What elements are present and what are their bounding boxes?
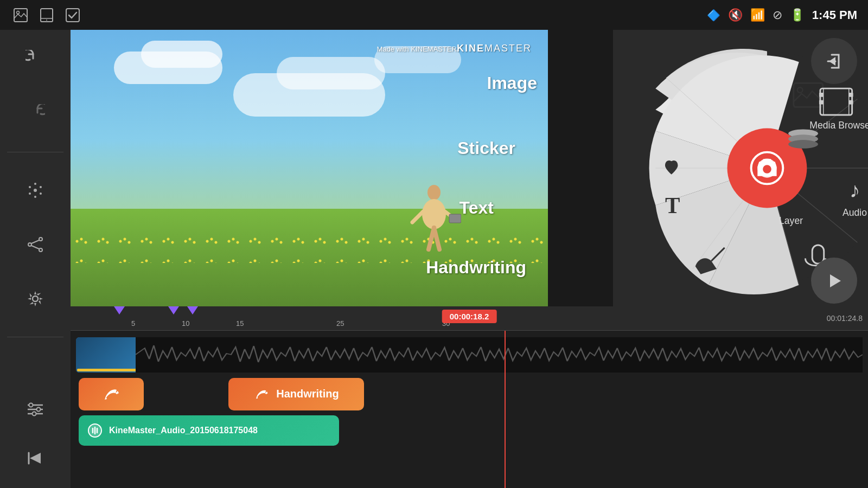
handwriting-clip-2[interactable]: Handwriting xyxy=(228,378,364,410)
svg-point-45 xyxy=(763,165,771,174)
waveform-clip[interactable]: 1.0x // This will be replaced by inline … xyxy=(475,337,863,373)
timeline-ruler: 5 10 15 25 30 00:00:18.2 00:01:24.8 xyxy=(71,306,868,331)
cloud-2 xyxy=(141,41,222,68)
share-button[interactable] xyxy=(16,226,54,264)
svg-point-13 xyxy=(39,237,42,241)
battery-icon: 🔋 xyxy=(790,8,805,22)
svg-point-12 xyxy=(34,196,36,198)
sidebar xyxy=(0,30,71,488)
tablet-app-icon[interactable] xyxy=(37,5,56,25)
play-button[interactable] xyxy=(811,258,857,304)
mute-icon: 🔇 xyxy=(728,8,743,22)
layer-label: Layer xyxy=(779,215,803,226)
clock: 1:45 PM xyxy=(812,8,857,22)
wifi-icon: 📶 xyxy=(750,8,765,22)
current-timecode: 00:00:18.2 xyxy=(442,310,497,323)
adjust-button[interactable] xyxy=(16,390,54,428)
marker-1 xyxy=(114,306,125,314)
preview-area: Made with KINEMASTERKINEMASTER Image Sti… xyxy=(71,30,548,306)
svg-rect-57 xyxy=(849,100,853,105)
exit-button[interactable] xyxy=(811,38,857,84)
menu-label-sticker: Sticker xyxy=(457,138,515,158)
svg-rect-54 xyxy=(819,93,824,97)
sidebar-divider-1 xyxy=(7,152,63,152)
svg-point-6 xyxy=(34,189,37,192)
svg-point-4 xyxy=(46,20,47,21)
image-app-icon[interactable] xyxy=(11,5,30,25)
cloud-4 xyxy=(277,57,385,89)
svg-rect-55 xyxy=(819,100,824,105)
svg-point-14 xyxy=(28,243,31,246)
undo-button[interactable] xyxy=(16,41,54,79)
menu-label-text: Text xyxy=(459,198,494,218)
menu-label-image: Image xyxy=(487,73,537,93)
status-icons-right: 🔷 🔇 📶 ⊘ 🔋 1:45 PM xyxy=(707,8,857,22)
tracks-container: 1.0x // This will be replaced by inline … xyxy=(71,331,868,488)
svg-point-15 xyxy=(39,248,42,252)
dnd-icon: ⊘ xyxy=(773,8,782,22)
handwriting-track-row: Handwriting xyxy=(79,376,863,412)
svg-line-17 xyxy=(31,246,39,249)
svg-rect-5 xyxy=(66,9,79,22)
svg-point-8 xyxy=(40,186,42,188)
audio-label: Audio xyxy=(843,207,867,218)
effects-button[interactable] xyxy=(16,171,54,209)
svg-point-1 xyxy=(17,11,20,14)
svg-text:T: T xyxy=(665,193,680,218)
svg-point-52 xyxy=(788,140,818,149)
svg-point-27 xyxy=(427,185,441,200)
media-browser-label: Media Browser xyxy=(809,120,868,131)
svg-marker-26 xyxy=(30,453,41,464)
total-timecode: 00:01:24.8 xyxy=(827,314,863,323)
svg-point-22 xyxy=(29,403,33,407)
settings-button[interactable] xyxy=(16,280,54,318)
svg-point-18 xyxy=(33,296,38,301)
svg-point-24 xyxy=(33,412,36,416)
playhead xyxy=(505,331,506,488)
svg-line-30 xyxy=(434,228,439,249)
status-icons-left xyxy=(11,5,82,25)
marker-2 xyxy=(168,306,179,314)
svg-marker-65 xyxy=(830,274,841,287)
video-track-row: 1.0x // This will be replaced by inline … xyxy=(76,335,863,374)
svg-point-28 xyxy=(422,199,446,229)
status-bar: 🔷 🔇 📶 ⊘ 🔋 1:45 PM xyxy=(0,0,868,30)
person-silhouette xyxy=(407,184,461,255)
redo-button[interactable] xyxy=(16,95,54,133)
timeline: 5 10 15 25 30 00:00:18.2 00:01:24.8 xyxy=(71,306,868,488)
svg-point-9 xyxy=(29,192,31,195)
rewind-button[interactable] xyxy=(16,439,54,477)
marker-3 xyxy=(187,306,198,314)
check-app-icon[interactable] xyxy=(63,5,82,25)
svg-point-23 xyxy=(37,408,41,412)
audio-track-row: KineMaster_Audio_20150618175048 xyxy=(79,415,863,446)
svg-point-10 xyxy=(40,192,42,195)
audio-clip[interactable]: KineMaster_Audio_20150618175048 xyxy=(79,415,339,446)
watermark: Made with KINEMASTERKINEMASTER xyxy=(377,41,532,55)
audio-filename: KineMaster_Audio_20150618175048 xyxy=(109,426,258,435)
svg-point-7 xyxy=(29,186,31,188)
bluetooth-icon: 🔷 xyxy=(707,9,720,22)
svg-text:♪: ♪ xyxy=(850,178,860,202)
handwriting-label: Handwriting xyxy=(276,388,339,400)
menu-label-handwriting: Handwriting xyxy=(426,258,526,278)
svg-rect-56 xyxy=(849,93,853,97)
svg-point-11 xyxy=(34,183,36,185)
sidebar-divider-2 xyxy=(7,337,63,337)
svg-line-16 xyxy=(31,240,39,243)
handwriting-clip-1[interactable] xyxy=(79,378,144,410)
svg-line-31 xyxy=(412,211,423,222)
